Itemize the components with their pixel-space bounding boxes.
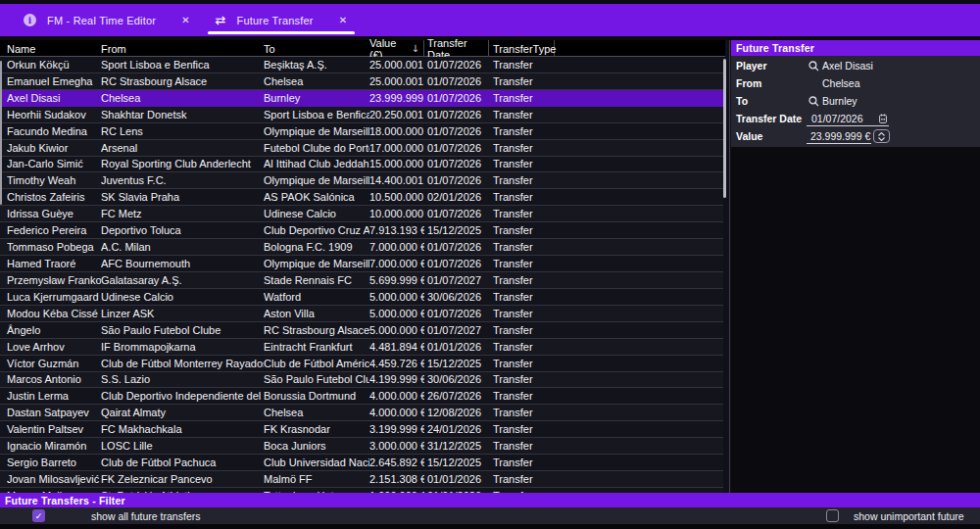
cell-value: 5.699.999 € <box>369 274 424 286</box>
panel-splitter[interactable] <box>729 40 730 493</box>
cell-to: Futebol Clube do Porto <box>264 142 369 154</box>
table-row[interactable]: ÂngeloSão Paulo Futebol ClubeRC Strasbou… <box>0 322 723 339</box>
table-row[interactable]: Idrissa GuèyeFC MetzUdinese Calcio10.000… <box>0 206 723 222</box>
table-row[interactable]: Przemysław FrankowskiGalatasaray A.Ş.Sta… <box>0 272 723 289</box>
cell-from: Sport Lisboa e Benfica <box>101 59 264 71</box>
field-label: Player <box>731 60 806 72</box>
show-unimportant-future-transfers-checkbox[interactable] <box>826 509 839 522</box>
value-spinner[interactable] <box>873 129 890 143</box>
cell-name: Facundo Medina <box>0 125 101 137</box>
cell-type: Transfer <box>489 224 555 236</box>
table-row[interactable]: Tommaso PobegaA.C. MilanBologna F.C. 190… <box>0 239 723 256</box>
cell-date: 01/07/2026 <box>424 258 489 269</box>
cell-to: Olympique de Marseille <box>264 125 369 137</box>
cell-to: Stade Rennais FC <box>264 274 369 286</box>
column-header-from[interactable]: From <box>101 40 264 57</box>
cell-value: 3.199.999 € <box>369 423 424 435</box>
table-row[interactable]: Marcos AntonioS.S. LazioSão Paulo Futebo… <box>0 372 723 389</box>
cell-type: Transfer <box>489 125 555 137</box>
cell-name: Love Arrhov <box>0 341 101 353</box>
table-row[interactable]: Dastan SatpayevQairat AlmatyChelsea4.000… <box>0 405 723 421</box>
field-to: To Burnley <box>731 92 980 110</box>
show-all-future-transfers-checkbox[interactable]: ✓ <box>32 509 45 522</box>
cell-type: Transfer <box>489 109 555 120</box>
cell-type: Transfer <box>489 258 555 269</box>
cell-type: Transfer <box>489 457 555 468</box>
column-header-to[interactable]: To <box>264 40 369 57</box>
cell-type: Transfer <box>489 373 555 385</box>
cell-to: Eintracht Frankfurt <box>264 341 369 353</box>
table-row[interactable]: Heorhii SudakovShakhtar DonetskSport Lis… <box>0 107 723 123</box>
tab-fm-real-time-editor[interactable]: i FM - Real Time Editor ✕ <box>14 4 200 36</box>
table-row[interactable]: Jovan MilosavljevićFK Zeleznicar Pancevo… <box>0 471 723 488</box>
cell-value: 20.250.001 € <box>369 109 424 120</box>
column-header-value[interactable]: Value (€) ↓ <box>369 40 424 57</box>
cell-date: 01/07/2026 <box>424 125 489 137</box>
cell-type: Transfer <box>489 390 555 402</box>
transfer-date-input[interactable]: 01/07/2026 <box>807 111 889 126</box>
filter-options-row: ✓ show all future transfers show unimpor… <box>0 507 980 524</box>
cell-from: FC Makhachkala <box>101 423 264 435</box>
cell-date: 01/07/2026 <box>424 241 489 253</box>
cell-value: 7.913.193 € <box>369 224 424 236</box>
tab-future-transfer[interactable]: ⇄ Future Transfer ✕ <box>206 4 358 36</box>
cell-value: 25.000.001 € <box>369 59 424 71</box>
table-row[interactable]: Modou Kéba CisséLinzer ASKAston Villa5.0… <box>0 306 723 322</box>
table-row[interactable]: Love ArrhovIF BrommapojkarnaEintracht Fr… <box>0 339 723 356</box>
cell-type: Transfer <box>489 308 555 319</box>
cell-from: FK Zeleznicar Pancevo <box>101 473 264 485</box>
cell-type: Transfer <box>489 75 555 87</box>
cell-name: Orkun Kökçü <box>0 59 101 71</box>
table-row[interactable]: Orkun KökçüSport Lisboa e BenficaBeşikta… <box>0 57 723 73</box>
table-row[interactable]: Sergio BarretoClub de Fútbol PachucaClub… <box>0 455 723 471</box>
column-header-transfer-date[interactable]: Transfer Date <box>424 40 489 57</box>
calendar-icon[interactable] <box>879 114 887 123</box>
table-row[interactable]: Christos ZafeirisSK Slavia PrahaAS PAOK … <box>0 189 723 206</box>
cell-to: Burnley <box>264 92 369 104</box>
bottom-strip <box>0 524 980 529</box>
close-icon[interactable]: ✕ <box>339 15 347 25</box>
cell-name: Federico Pereira <box>0 224 101 236</box>
transfer-date-value: 01/07/2026 <box>811 113 863 124</box>
table-row[interactable]: Hamed TraoréAFC BournemouthOlympique de … <box>0 256 723 272</box>
search-icon[interactable] <box>806 96 822 107</box>
column-header-name[interactable]: Name <box>0 40 101 57</box>
close-icon[interactable]: ✕ <box>181 15 189 25</box>
cell-type: Transfer <box>489 291 555 303</box>
cell-date: 12/08/2026 <box>424 407 489 418</box>
table-header-row: Name From To Value (€) ↓ Transfer Date T… <box>0 40 725 57</box>
cell-value: 18.000.000 € <box>369 125 424 137</box>
cell-from: Club de Fútbol Pachuca <box>101 457 264 468</box>
table-row[interactable]: Facundo MedinaRC LensOlympique de Marsei… <box>0 123 723 140</box>
cell-date: 15/12/2025 <box>424 224 489 236</box>
column-header-transfer-type[interactable]: TransferType <box>489 40 555 57</box>
table-row[interactable]: Timothy WeahJuventus F.C.Olympique de Ma… <box>0 172 723 189</box>
table-row[interactable]: Víctor GuzmánClub de Fútbol Monterrey Ra… <box>0 356 723 372</box>
search-icon[interactable] <box>806 61 822 72</box>
table-row[interactable]: Luca KjerrumgaardUdinese CalcioWatford5.… <box>0 289 723 306</box>
cell-from: S.S. Lazio <box>101 373 264 385</box>
cell-date: 15/12/2025 <box>424 358 489 369</box>
cell-to: Aston Villa <box>264 308 369 319</box>
player-value[interactable]: Axel Disasi <box>822 60 873 72</box>
table-row[interactable]: Justin LermaClub Deportivo Independiente… <box>0 388 723 405</box>
cell-date: 31/12/2025 <box>424 440 489 452</box>
to-value[interactable]: Burnley <box>822 95 858 107</box>
table-row[interactable]: Federico PereiraDeportivo TolucaClub Dep… <box>0 222 723 239</box>
tab-label: Future Transfer <box>236 15 313 26</box>
table-row[interactable]: Valentin PaltsevFC MakhachkalaFK Krasnod… <box>0 421 723 438</box>
cell-date: 01/07/2026 <box>424 142 489 154</box>
table-row[interactable]: Ignacio MiramónLOSC LilleBoca Juniors3.0… <box>0 438 723 455</box>
table-row[interactable]: Axel DisasiChelseaBurnley23.999.999 €01/… <box>0 90 723 107</box>
table-row[interactable]: Jan-Carlo SimićRoyal Sporting Club Ander… <box>0 157 723 173</box>
cell-to: São Paulo Futebol Clube <box>264 373 369 385</box>
table-row[interactable]: Emanuel EmeghaRC Strasbourg AlsaceChelse… <box>0 73 723 90</box>
field-label: From <box>731 77 806 89</box>
cell-type: Transfer <box>489 274 555 286</box>
table-row[interactable]: Jakub KiwiorArsenalFutebol Clube do Port… <box>0 140 723 157</box>
cell-value: 4.459.726 € <box>369 358 424 369</box>
cell-value: 4.199.999 € <box>369 373 424 385</box>
value-input[interactable]: 23.999.999 € <box>807 128 871 144</box>
vertical-scrollbar-thumb[interactable] <box>723 59 726 198</box>
left-scroll-indicator[interactable] <box>0 61 2 205</box>
